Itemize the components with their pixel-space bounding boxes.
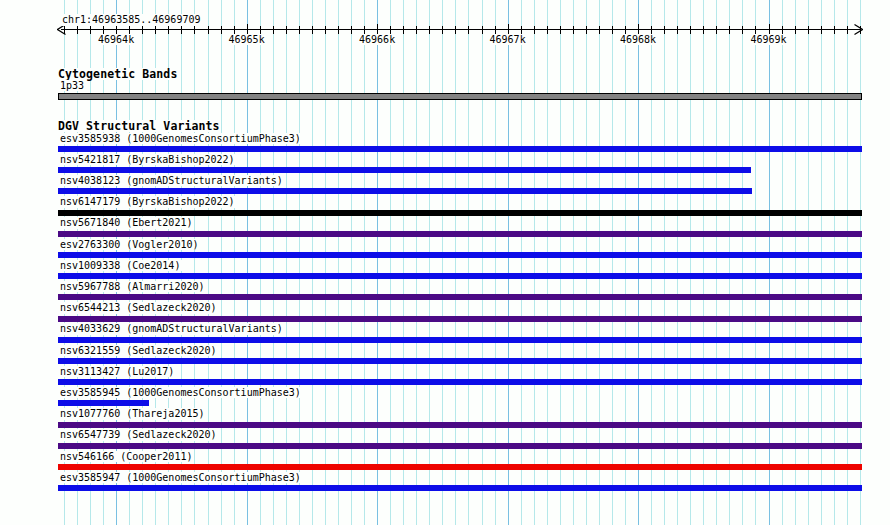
variant-bar[interactable] [58,379,862,385]
variant-bar[interactable] [58,316,862,322]
variant-label[interactable]: nsv6321559 (Sedlazeck2020) [58,345,219,357]
variant-bar[interactable] [58,464,862,470]
variant-bar[interactable] [58,273,862,279]
variant-row: esv3585947 (1000GenomesConsortiumPhase3) [0,472,890,493]
variant-label[interactable]: nsv6544213 (Sedlazeck2020) [58,302,219,314]
variant-row: nsv1009338 (Coe2014) [0,260,890,281]
genome-browser-panel: chr1:46963585..46969709 46964k46965k4696… [0,0,890,525]
variant-row: esv3585945 (1000GenomesConsortiumPhase3) [0,387,890,408]
variant-row: nsv5967788 (Almarri2020) [0,281,890,302]
variant-label[interactable]: esv2763300 (Vogler2010) [58,239,200,251]
variant-label[interactable]: nsv4033629 (gnomADStructuralVariants) [58,323,285,335]
variant-label[interactable]: nsv6547739 (Sedlazeck2020) [58,429,219,441]
variant-label[interactable]: nsv5967788 (Almarri2020) [58,281,207,293]
variant-label[interactable]: nsv6147179 (ByrskaBishop2022) [58,196,237,208]
variant-row: esv3585938 (1000GenomesConsortiumPhase3) [0,133,890,154]
variant-row: nsv6544213 (Sedlazeck2020) [0,302,890,323]
cytoband-track-title: Cytogenetic Bands [57,68,178,80]
variant-row: nsv4038123 (gnomADStructuralVariants) [0,175,890,196]
variant-bar[interactable] [58,167,751,173]
variant-row: nsv6147179 (ByrskaBishop2022) [0,196,890,217]
variant-bar[interactable] [58,252,862,258]
variant-bar[interactable] [58,400,149,406]
variant-row: nsv5421817 (ByrskaBishop2022) [0,154,890,175]
variant-bar[interactable] [58,358,862,364]
variant-bar[interactable] [58,146,862,152]
variant-bar[interactable] [58,188,752,194]
region-label: chr1:46963585..46969709 [60,14,202,26]
variant-label[interactable]: nsv4038123 (gnomADStructuralVariants) [58,175,285,187]
variant-label[interactable]: esv3585947 (1000GenomesConsortiumPhase3) [58,472,303,484]
dgv-track-title: DGV Structural Variants [57,120,221,132]
variant-label[interactable]: nsv3113427 (Lu2017) [58,366,176,378]
variant-row: nsv6547739 (Sedlazeck2020) [0,429,890,450]
variant-label[interactable]: nsv1077760 (Thareja2015) [58,408,207,420]
variant-bar[interactable] [58,443,862,449]
variant-label[interactable]: nsv546166 (Cooper2011) [58,451,194,463]
variant-row: nsv6321559 (Sedlazeck2020) [0,345,890,366]
variant-bar[interactable] [58,294,862,300]
variant-row: esv2763300 (Vogler2010) [0,239,890,260]
variant-row: nsv5671840 (Ebert2021) [0,217,890,238]
variant-label[interactable]: nsv5421817 (ByrskaBishop2022) [58,154,237,166]
cytoband-name: 1p33 [58,80,86,91]
variant-label[interactable]: esv3585938 (1000GenomesConsortiumPhase3) [58,133,303,145]
variant-row: nsv1077760 (Thareja2015) [0,408,890,429]
variant-bar[interactable] [58,337,862,343]
variant-bar[interactable] [58,210,862,216]
variant-row: nsv4033629 (gnomADStructuralVariants) [0,323,890,344]
variant-bar[interactable] [58,422,862,428]
variant-bar[interactable] [58,485,862,491]
variant-label[interactable]: nsv5671840 (Ebert2021) [58,217,194,229]
variant-bar[interactable] [58,231,862,237]
variant-row: nsv546166 (Cooper2011) [0,451,890,472]
variant-row: nsv3113427 (Lu2017) [0,366,890,387]
variant-label[interactable]: esv3585945 (1000GenomesConsortiumPhase3) [58,387,303,399]
variant-label[interactable]: nsv1009338 (Coe2014) [58,260,182,272]
